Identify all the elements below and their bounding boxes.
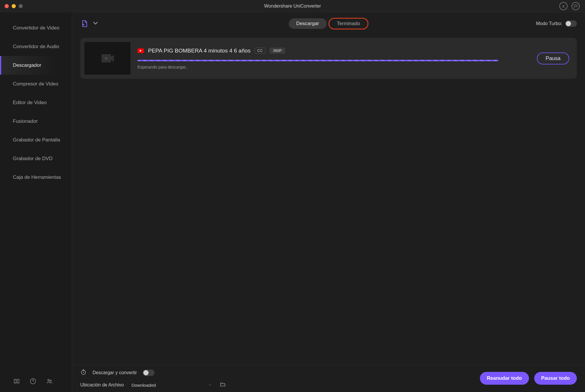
chevron-down-icon bbox=[91, 19, 100, 28]
svg-point-2 bbox=[48, 379, 50, 381]
sidebar-label: Fusionador bbox=[13, 118, 38, 124]
bottom-bar: Descargar y convertir Ubicación de Archi… bbox=[72, 365, 585, 392]
download-list: PEPA PIG BOMBERA 4 minutos 4 6 años CC 3… bbox=[72, 35, 585, 365]
sidebar: Convertidor de Video Convertidor de Audi… bbox=[0, 12, 72, 392]
sidebar-label: Grabador de DVD bbox=[13, 156, 53, 162]
sidebar-label: Grabador de Pantalla bbox=[13, 137, 60, 143]
sidebar-label: Editor de Video bbox=[13, 100, 47, 106]
file-location-value: Downloaded bbox=[131, 383, 156, 388]
pause-all-button[interactable]: Pausar todo bbox=[534, 372, 577, 385]
sidebar-item-merger[interactable]: Fusionador bbox=[0, 112, 72, 131]
chevron-down-icon bbox=[208, 383, 212, 388]
turbo-toggle[interactable] bbox=[565, 20, 577, 27]
sidebar-label: Convertidor de Audio bbox=[13, 44, 59, 50]
download-and-convert-toggle[interactable] bbox=[143, 370, 154, 376]
sidebar-label: Caja de Herramientas bbox=[13, 174, 61, 180]
open-folder-icon[interactable] bbox=[220, 382, 226, 388]
pause-button[interactable]: Pausa bbox=[537, 52, 569, 64]
main-panel: Descargar Terminado Modo Turbo: bbox=[72, 12, 585, 392]
account-icon[interactable] bbox=[559, 2, 567, 10]
sidebar-item-dvd-burner[interactable]: Grabador de DVD bbox=[0, 149, 72, 168]
download-and-convert-label: Descargar y convertir bbox=[93, 370, 137, 375]
sidebar-label: Descargador bbox=[13, 62, 41, 68]
sidebar-item-downloader[interactable]: Descargador bbox=[0, 56, 72, 75]
file-location-select[interactable]: Downloaded bbox=[128, 381, 215, 389]
tab-finished[interactable]: Terminado bbox=[328, 18, 368, 29]
close-window-button[interactable] bbox=[5, 4, 9, 8]
file-location-label: Ubicación de Archivo bbox=[80, 382, 124, 388]
app-title: Wondershare UniConverter bbox=[264, 4, 321, 9]
progress-bar bbox=[137, 60, 498, 61]
video-title: PEPA PIG BOMBERA 4 minutos 4 6 años bbox=[148, 48, 250, 54]
sidebar-label: Compresor de Video bbox=[13, 81, 58, 87]
cc-badge: CC bbox=[255, 48, 265, 54]
maximize-window-button[interactable] bbox=[19, 4, 23, 8]
sidebar-label: Convertidor de Video bbox=[13, 25, 59, 31]
download-item: PEPA PIG BOMBERA 4 minutos 4 6 años CC 3… bbox=[80, 38, 577, 79]
tab-downloading[interactable]: Descargar bbox=[289, 18, 327, 29]
resume-all-button[interactable]: Reanudar todo bbox=[480, 372, 529, 385]
titlebar: Wondershare UniConverter bbox=[0, 0, 585, 12]
resolution-badge[interactable]: 360P bbox=[269, 48, 285, 54]
video-thumbnail[interactable] bbox=[84, 42, 130, 75]
schedule-icon[interactable] bbox=[80, 369, 87, 377]
sidebar-item-screen-recorder[interactable]: Grabador de Pantalla bbox=[0, 131, 72, 149]
svg-point-0 bbox=[563, 5, 564, 6]
community-icon[interactable] bbox=[46, 378, 53, 386]
sidebar-item-video-converter[interactable]: Convertidor de Video bbox=[0, 19, 72, 37]
help-icon[interactable] bbox=[30, 378, 36, 386]
sidebar-item-toolbox[interactable]: Caja de Herramientas bbox=[0, 168, 72, 187]
youtube-icon bbox=[137, 48, 144, 53]
turbo-label: Modo Turbo: bbox=[536, 21, 562, 26]
feedback-icon[interactable] bbox=[572, 2, 580, 10]
tutorial-icon[interactable] bbox=[13, 378, 20, 386]
sidebar-item-video-compressor[interactable]: Compresor de Video bbox=[0, 75, 72, 93]
svg-point-3 bbox=[50, 380, 51, 382]
minimize-window-button[interactable] bbox=[12, 4, 16, 8]
toolbar: Descargar Terminado Modo Turbo: bbox=[72, 12, 585, 35]
add-url-button[interactable] bbox=[80, 19, 100, 28]
sidebar-item-video-editor[interactable]: Editor de Video bbox=[0, 93, 72, 112]
sidebar-item-audio-converter[interactable]: Convertidor de Audio bbox=[0, 37, 72, 56]
window-controls bbox=[0, 4, 23, 8]
status-text: Esperando para descargar.. bbox=[137, 65, 530, 69]
